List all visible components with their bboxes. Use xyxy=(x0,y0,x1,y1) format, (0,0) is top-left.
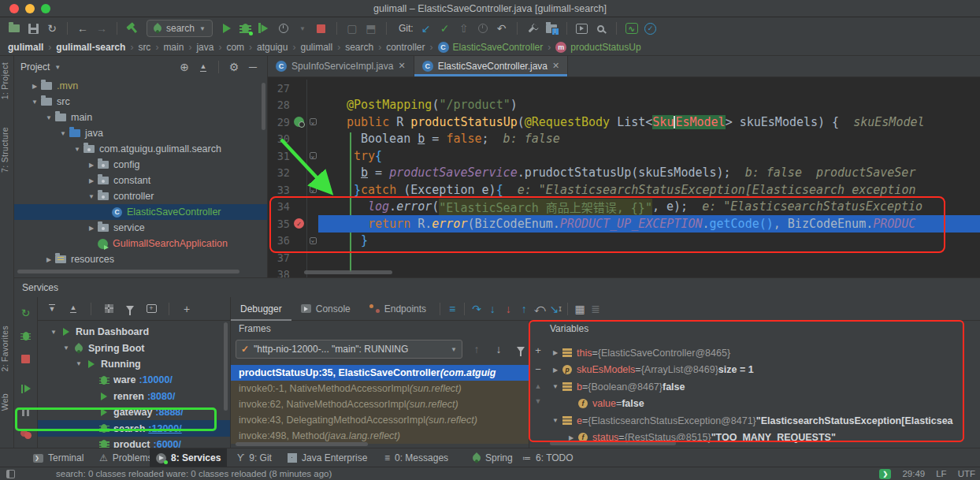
variable-row[interactable]: fvalue = false xyxy=(547,396,980,413)
service-item[interactable]: ▼Running xyxy=(38,356,230,372)
project-tree-item[interactable]: ▶constant xyxy=(14,173,267,188)
thread-selector[interactable]: ✓ "http-nio-12000-... "main": RUNNING ▼ xyxy=(236,340,462,359)
horizontal-scrollbar[interactable] xyxy=(550,441,676,445)
chevron-down-icon[interactable]: ▼ xyxy=(295,20,310,36)
tool-window-toggle-icon[interactable] xyxy=(6,470,15,478)
service-item[interactable]: product:6000/ xyxy=(38,437,230,448)
fold-marker-icon[interactable]: ⌄ xyxy=(306,233,318,250)
chevron-right-icon[interactable]: ▶ xyxy=(566,434,577,441)
vertical-scrollbar[interactable] xyxy=(262,83,265,130)
project-tree-item[interactable]: ▼main xyxy=(14,110,267,125)
git-history-icon[interactable] xyxy=(475,20,491,36)
breakpoint-icon[interactable]: ✓ xyxy=(291,218,306,229)
group-by-icon[interactable] xyxy=(101,301,117,317)
view-breakpoints-icon[interactable]: ▦ xyxy=(572,301,588,317)
variable-row[interactable]: ▶pskuEsModels = {ArrayList@8469} size = … xyxy=(547,362,980,379)
resume-icon[interactable] xyxy=(18,381,34,396)
git-commit-icon[interactable]: ✓ xyxy=(437,20,453,36)
tool-window-tab--services[interactable]: 8: Services xyxy=(150,448,227,467)
frame-row[interactable]: invoke:43, DelegatingMethodAccessorImpl … xyxy=(231,412,529,428)
project-tree-item[interactable]: ▶config xyxy=(14,157,267,173)
close-icon[interactable]: ✕ xyxy=(398,61,405,71)
cursor-position[interactable]: 29:49 xyxy=(902,469,925,478)
service-port-link[interactable]: :8888/ xyxy=(155,407,183,418)
tool-window-tab-project[interactable]: 1: Project xyxy=(0,62,14,99)
filter-icon[interactable] xyxy=(122,301,138,317)
tab-debugger[interactable]: Debugger xyxy=(231,297,291,321)
service-item[interactable]: search:12000/ xyxy=(38,420,230,436)
breadcrumb-item[interactable]: java xyxy=(196,42,213,53)
service-item[interactable]: ▼Spring Boot xyxy=(38,340,230,355)
code-line[interactable]: 32b = productSaveService.prudoctStatusUp… xyxy=(268,165,980,182)
run-to-cursor-icon[interactable]: ↘ɪ xyxy=(548,301,563,317)
code-line[interactable]: 29⌄public R productStatusUp(@RequestBody… xyxy=(268,113,980,131)
code-line[interactable]: 36⌄} xyxy=(268,233,980,250)
chevron-down-icon[interactable]: ▼ xyxy=(47,329,60,336)
stop-icon[interactable] xyxy=(18,351,34,367)
breadcrumb-item[interactable]: gulimall xyxy=(300,42,332,53)
code-line[interactable]: 37 xyxy=(268,249,980,266)
expand-all-icon[interactable]: ▼ xyxy=(44,301,60,317)
project-tree-item[interactable]: ▶resources xyxy=(14,251,267,267)
breadcrumb-item[interactable]: gulimall xyxy=(8,42,43,53)
force-step-into-icon[interactable]: ↓ xyxy=(500,301,516,317)
variable-row[interactable]: ▶this = {ElasticSaveController@8465} xyxy=(547,344,980,362)
code-line[interactable]: 27 xyxy=(268,80,980,97)
code-line[interactable]: 30Boolean b = false; b: false xyxy=(268,131,980,148)
fold-marker-icon[interactable]: ⌄ xyxy=(306,113,318,131)
step-into-icon[interactable]: ↓ xyxy=(484,301,500,317)
activity-monitor-icon[interactable]: ∿ xyxy=(624,20,640,36)
breadcrumb-item[interactable]: src xyxy=(138,42,150,53)
tool-window-tab-java-enterprise[interactable]: Java Enterprise xyxy=(281,448,373,467)
tool-window-tab--messages[interactable]: ≡0: Messages xyxy=(378,448,455,467)
filter-frames-icon[interactable] xyxy=(513,341,529,357)
request-mapping-icon[interactable] xyxy=(291,117,306,127)
frame-row[interactable]: productStatusUp:35, ElasticSaveControlle… xyxy=(231,365,529,381)
chevron-down-icon[interactable]: ▼ xyxy=(28,99,41,106)
code-line[interactable]: 35✓return R.error(BizCodeEnum.PRODUCT_UP… xyxy=(268,215,980,233)
service-item[interactable]: ware:10000/ xyxy=(38,372,230,388)
chevron-down-icon[interactable]: ▼ xyxy=(43,114,55,121)
previous-frame-icon[interactable]: ↑ xyxy=(469,341,484,357)
variable-row[interactable]: ▼b = {Boolean@8467} false xyxy=(547,378,980,396)
chevron-down-icon[interactable]: ▼ xyxy=(60,344,72,352)
chevron-down-icon[interactable]: ▼ xyxy=(71,146,84,153)
mute-breakpoints-icon[interactable] xyxy=(18,426,34,442)
chevron-right-icon[interactable]: ▶ xyxy=(550,367,561,374)
checkstyle-icon[interactable]: ✓ xyxy=(643,20,659,36)
open-icon[interactable] xyxy=(6,20,22,36)
sync-icon[interactable]: ↻ xyxy=(44,20,60,36)
chevron-down-icon[interactable]: ▼ xyxy=(57,130,69,137)
service-item[interactable]: ▼Run Dashboard xyxy=(38,324,230,340)
encoding-indicator[interactable]: UTF xyxy=(958,469,975,478)
rerun-icon[interactable]: ↻ xyxy=(18,305,34,321)
breadcrumb-item-method[interactable]: productStatusUp xyxy=(570,42,640,53)
service-port-link[interactable]: :6000/ xyxy=(154,439,181,448)
breadcrumb-item[interactable]: search xyxy=(345,42,373,53)
tab-endpoints[interactable]: Endpoints xyxy=(360,297,436,321)
frame-row[interactable]: invoke0:-1, NativeMethodAccessorImpl (su… xyxy=(231,381,529,396)
project-tree-item[interactable]: ▶.mvn xyxy=(14,78,267,94)
tool-window-tab-favorites[interactable]: 2: Favorites xyxy=(0,326,14,371)
horizontal-scrollbar[interactable] xyxy=(304,270,392,274)
step-over-icon[interactable]: ↷ xyxy=(469,301,484,317)
chevron-right-icon[interactable]: ▶ xyxy=(28,83,41,90)
stop-icon[interactable] xyxy=(314,20,329,36)
remove-watch-icon[interactable]: − xyxy=(535,363,541,375)
add-watch-icon[interactable]: + xyxy=(535,344,541,356)
line-ending-indicator[interactable]: LF xyxy=(936,469,946,478)
chevron-down-icon[interactable]: ▼ xyxy=(550,417,561,424)
project-tree-item[interactable]: CElasticSaveController xyxy=(14,204,267,220)
code-line[interactable]: 28@PostMapping("/product") xyxy=(268,97,980,114)
git-update-icon[interactable]: ↙ xyxy=(418,20,434,36)
undo-icon[interactable]: ↶ xyxy=(494,20,510,36)
background-process-icon[interactable]: ❯ xyxy=(879,469,891,479)
project-tree-item[interactable]: ▼src xyxy=(14,94,267,110)
service-port-link[interactable]: :12000/ xyxy=(148,423,181,434)
tab-console[interactable]: Console xyxy=(291,297,360,321)
fold-marker-icon[interactable]: ⌄ xyxy=(306,147,318,165)
tool-window-tab-spring[interactable]: Spring xyxy=(466,448,519,467)
variable-row[interactable]: ▼e = {ElasticsearchStatusException@8471}… xyxy=(547,412,980,430)
service-item[interactable]: gateway:8888/ xyxy=(38,404,230,420)
project-tree-item[interactable]: ▼controller xyxy=(14,188,267,204)
